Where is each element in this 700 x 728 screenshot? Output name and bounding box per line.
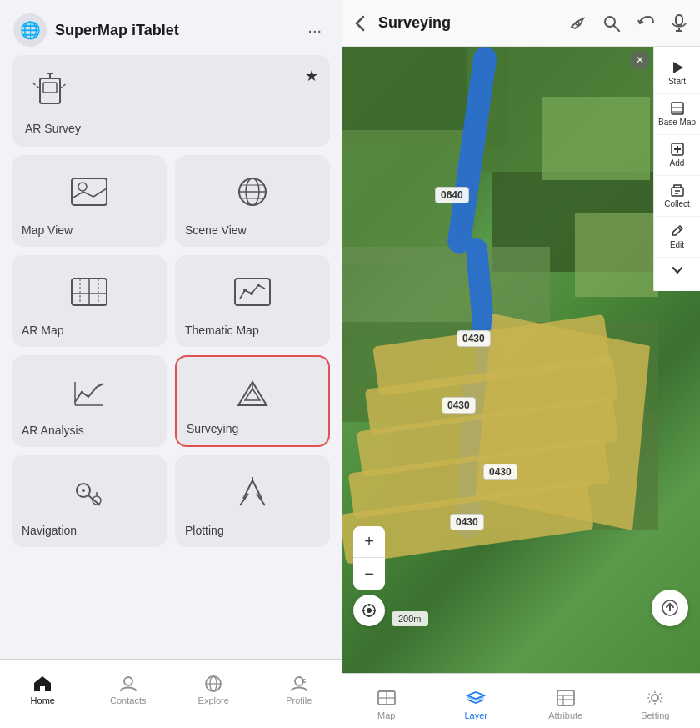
svg-line-10 (93, 188, 107, 197)
star-icon[interactable]: ★ (305, 67, 318, 85)
undo-icon[interactable] (633, 12, 658, 35)
back-button[interactable] (352, 12, 368, 35)
card-ar-map[interactable]: AR Map (12, 255, 167, 347)
nav-profile[interactable]: Profile (257, 675, 342, 705)
right-panel: Surveying (342, 0, 700, 728)
rnav-attribute[interactable]: Attribute (521, 682, 611, 720)
edit-icon (670, 223, 685, 238)
svg-point-24 (257, 284, 260, 287)
edit-button[interactable]: Edit (655, 217, 700, 258)
profile-icon (289, 675, 309, 693)
svg-line-9 (83, 192, 93, 197)
ar-map-label: AR Map (22, 324, 64, 337)
svg-point-23 (250, 292, 253, 295)
bottom-navigation: Home Contacts Explore (0, 659, 342, 728)
grid-row-1: Map View Scene View (12, 155, 330, 247)
chevron-down-icon (670, 264, 685, 276)
start-icon (670, 60, 685, 75)
nav-explore[interactable]: Explore (171, 675, 257, 705)
card-ar-analysis[interactable]: AR Analysis (12, 355, 167, 447)
nav-contacts[interactable]: Contacts (86, 675, 172, 705)
navigation-label: Navigation (22, 524, 77, 537)
ar-survey-label: AR Survey (25, 122, 317, 135)
contacts-icon (118, 675, 138, 693)
map-label-0430-2: 0430 (442, 397, 476, 414)
search-icon[interactable] (600, 12, 623, 35)
close-map-button[interactable]: ✕ (630, 50, 650, 70)
basemap-button[interactable]: Base Map (655, 94, 700, 135)
attribute-nav-icon (556, 689, 576, 707)
svg-rect-75 (558, 690, 574, 705)
card-ar-survey[interactable]: ★ AR Survey (12, 55, 330, 147)
svg-rect-54 (672, 103, 683, 114)
ar-analysis-icon (22, 369, 157, 412)
upload-button[interactable] (652, 590, 688, 626)
svg-line-8 (72, 192, 83, 198)
svg-point-79 (652, 695, 658, 701)
contacts-label: Contacts (110, 695, 146, 705)
card-surveying[interactable]: Surveying (175, 355, 330, 447)
more-button[interactable]: ··· (301, 18, 328, 43)
surveying-label: Surveying (187, 422, 238, 435)
card-thematic-map[interactable]: Thematic Map (175, 255, 330, 347)
rnav-setting[interactable]: Setting (611, 682, 701, 720)
svg-line-36 (252, 480, 262, 499)
svg-line-49 (614, 26, 619, 31)
thematic-map-label: Thematic Map (185, 324, 259, 337)
svg-point-47 (576, 22, 579, 25)
map-label-0640: 0640 (435, 187, 469, 203)
add-button[interactable]: Add (655, 135, 700, 176)
draw-icon[interactable] (565, 12, 590, 35)
start-button[interactable]: Start (655, 53, 700, 94)
map-viewport[interactable]: 0640 0430 0430 0430 0430 Start (342, 47, 700, 673)
rnav-map[interactable]: Map (342, 682, 432, 720)
grid-row-4: Navigation Plotting (12, 455, 330, 547)
explore-icon (203, 675, 223, 693)
nav-home[interactable]: Home (0, 675, 86, 705)
more-toolbar-button[interactable] (655, 258, 700, 284)
app-header: 🌐 SuperMap iTablet ··· (0, 0, 342, 55)
ar-survey-icon (25, 72, 317, 113)
map-label-0430-3: 0430 (483, 464, 518, 480)
app-title: SuperMap iTablet (55, 22, 301, 39)
svg-point-48 (605, 17, 615, 27)
navigation-icon (22, 469, 157, 512)
layer-nav-icon (466, 689, 486, 707)
plotting-label: Plotting (185, 524, 224, 537)
collect-button[interactable]: Collect (655, 176, 700, 217)
home-icon (32, 675, 52, 693)
card-scene-view[interactable]: Scene View (175, 155, 330, 247)
start-label: Start (668, 77, 686, 87)
explore-label: Explore (198, 695, 229, 705)
svg-rect-60 (672, 188, 683, 196)
svg-line-35 (243, 480, 252, 499)
profile-label: Profile (286, 695, 312, 705)
add-icon (670, 142, 685, 157)
edit-label: Edit (670, 240, 684, 250)
zoom-out-button[interactable]: − (353, 558, 385, 590)
svg-point-31 (82, 489, 85, 492)
svg-point-7 (78, 183, 87, 191)
map-label-0430-4: 0430 (450, 514, 484, 530)
card-plotting[interactable]: Plotting (175, 455, 330, 547)
basemap-label: Base Map (658, 118, 696, 128)
card-map-view[interactable]: Map View (12, 155, 167, 247)
location-button[interactable] (353, 595, 385, 626)
layer-nav-label: Layer (464, 710, 488, 720)
svg-line-63 (678, 228, 681, 230)
map-toolbar: Start Base Map (653, 47, 700, 291)
zoom-in-button[interactable]: + (353, 526, 385, 558)
svg-rect-3 (43, 83, 57, 93)
plotting-icon (185, 469, 320, 512)
rnav-layer[interactable]: Layer (432, 682, 522, 720)
attribute-nav-label: Attribute (548, 710, 582, 720)
map-label-0430-1: 0430 (457, 330, 491, 347)
card-navigation[interactable]: Navigation (12, 455, 167, 547)
right-bottom-navigation: Map Layer Attribute (342, 673, 700, 728)
app-icon: 🌐 (13, 13, 47, 47)
svg-point-64 (367, 608, 372, 613)
svg-line-5 (60, 83, 67, 88)
scale-bar: 200m (392, 611, 428, 626)
mic-icon[interactable] (668, 11, 690, 36)
map-nav-label: Map (378, 710, 395, 720)
